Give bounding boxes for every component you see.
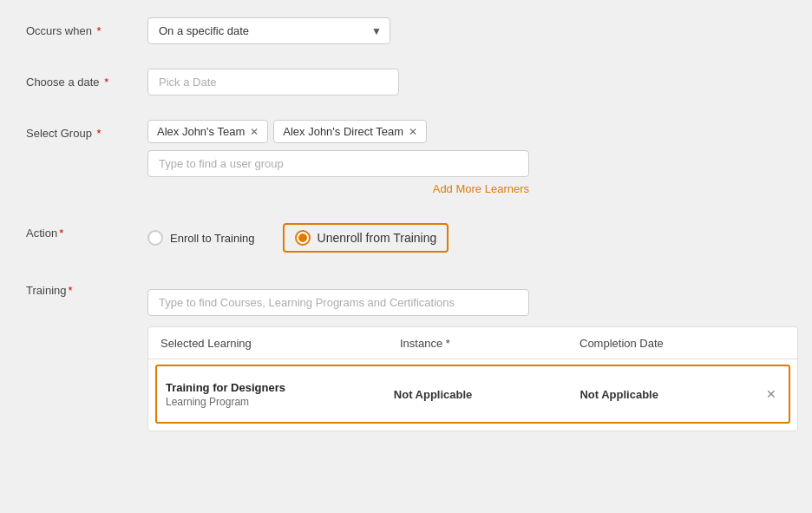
choose-date-section: Choose a date * <box>26 69 786 95</box>
choose-date-label-text: Choose a date <box>26 76 100 89</box>
training-search-input[interactable] <box>147 289 529 316</box>
required-star-training: * <box>68 284 72 297</box>
choose-date-control <box>147 69 786 95</box>
training-control: Selected Learning Instance * Completion … <box>147 277 798 431</box>
required-star-action: * <box>59 227 63 240</box>
date-input[interactable] <box>147 69 399 95</box>
radio-enroll-label: Enroll to Training <box>170 232 255 245</box>
add-more-learners-link[interactable]: Add More Learners <box>147 182 529 195</box>
selected-learning-cell: Training for Designers Learning Program <box>166 381 382 408</box>
radio-unenroll-outer <box>295 230 311 246</box>
occurs-when-label: Occurs when * <box>26 17 147 37</box>
col-actions-header <box>759 336 785 350</box>
training-label-text: Training <box>26 284 66 297</box>
radio-enroll-outer <box>147 230 163 246</box>
training-type: Learning Program <box>166 396 382 408</box>
col-selected-learning: Selected Learning <box>160 336 400 350</box>
radio-unenroll-label: Unenroll from Training <box>318 231 437 245</box>
action-control: Enroll to Training Unenroll from Trainin… <box>147 220 786 253</box>
training-table: Selected Learning Instance * Completion … <box>147 326 798 431</box>
select-group-label-text: Select Group <box>26 127 92 140</box>
required-star-date: * <box>102 76 109 89</box>
required-star-group: * <box>94 127 102 140</box>
table-header: Selected Learning Instance * Completion … <box>148 327 797 359</box>
page-container: Occurs when * On a specific date On a re… <box>0 0 812 513</box>
tag-close-icon[interactable]: ✕ <box>250 127 259 137</box>
select-group-control: Alex John's Team ✕ Alex John's Direct Te… <box>147 120 786 195</box>
tags-container: Alex John's Team ✕ Alex John's Direct Te… <box>147 120 786 143</box>
occurs-when-section: Occurs when * On a specific date On a re… <box>26 17 786 44</box>
action-label-text: Action <box>26 227 57 240</box>
action-label: Action* <box>26 220 147 240</box>
col-header-selected-learning: Selected Learning <box>160 337 252 350</box>
remove-training-button[interactable]: ✕ <box>754 377 780 411</box>
training-name: Training for Designers <box>166 381 382 394</box>
radio-group: Enroll to Training Unenroll from Trainin… <box>147 223 786 253</box>
col-completion-date: Completion Date <box>580 336 759 350</box>
tag-alex-johns-team: Alex John's Team ✕ <box>147 120 268 143</box>
group-search-input[interactable] <box>147 150 529 177</box>
occurs-when-control: On a specific date On a recurring schedu… <box>147 17 786 44</box>
radio-unenroll-wrapper[interactable]: Unenroll from Training <box>283 223 449 253</box>
select-group-section: Select Group * Alex John's Team ✕ Alex J… <box>26 120 786 195</box>
tag-label: Alex John's Team <box>157 125 245 138</box>
col-header-completion-date: Completion Date <box>580 337 664 350</box>
col-header-instance: Instance * <box>400 337 450 350</box>
completion-date-cell: Not Applicable <box>567 378 754 411</box>
occurs-when-select-wrapper: On a specific date On a recurring schedu… <box>147 17 390 44</box>
training-label: Training* <box>26 277 147 297</box>
choose-date-label: Choose a date * <box>26 69 147 89</box>
radio-unenroll-inner <box>298 233 307 242</box>
instance-cell: Not Applicable <box>382 378 568 411</box>
occurs-when-label-text: Occurs when <box>26 24 92 37</box>
occurs-when-select[interactable]: On a specific date On a recurring schedu… <box>147 17 390 44</box>
radio-enroll[interactable]: Enroll to Training <box>147 230 255 246</box>
completion-date-value: Not Applicable <box>580 388 658 401</box>
required-star: * <box>94 24 102 37</box>
tag-alex-direct-team: Alex John's Direct Team ✕ <box>273 120 427 143</box>
selected-training-row: Training for Designers Learning Program … <box>155 365 790 424</box>
tag-close-icon-2[interactable]: ✕ <box>409 127 417 137</box>
col-instance: Instance * <box>400 336 580 350</box>
select-group-label: Select Group * <box>26 120 147 140</box>
action-section: Action* Enroll to Training Unenroll from… <box>26 220 786 253</box>
training-section: Training* Selected Learning Instance * C… <box>26 277 786 431</box>
instance-value: Not Applicable <box>394 388 473 401</box>
tag-label: Alex John's Direct Team <box>283 125 403 138</box>
